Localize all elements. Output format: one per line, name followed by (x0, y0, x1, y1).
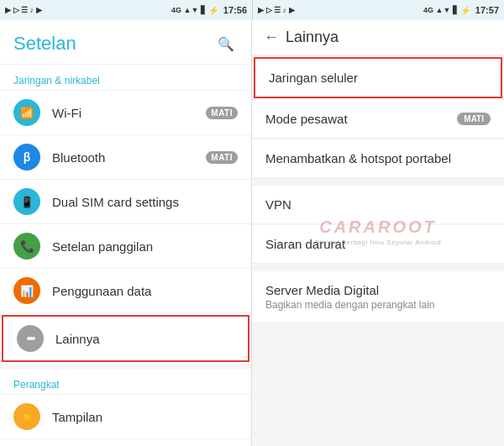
mode-pesawat-item[interactable]: Mode pesawat MATI (252, 100, 504, 139)
dual-sim-label: Dual SIM card settings (52, 195, 238, 209)
mode-pesawat-label: Mode pesawat (265, 112, 348, 126)
main-content: Setelan 🔍 Jaringan & nirkabel 📶 Wi-Fi MA… (0, 20, 504, 446)
siaran-darurat-item[interactable]: Siaran darurat (252, 225, 504, 264)
media-server-label: Server Media Digital (265, 283, 434, 297)
data-label: Penggunaan data (52, 284, 238, 298)
left-header: Setelan 🔍 (0, 20, 251, 65)
siaran-darurat-label: Siaran darurat (265, 237, 345, 251)
wifi-toggle[interactable]: MATI (206, 107, 238, 119)
media-server-sublabel: Bagikan media dengan perangkat lain (265, 299, 434, 311)
vpn-label: VPN (265, 197, 291, 212)
jaringan-seluler-item[interactable]: Jaringan seluler (254, 57, 502, 98)
right-signal-icons: 4G ▲▼ ▋ ⚡ 17:57 (423, 5, 499, 15)
hotspot-item[interactable]: Menambatkan & hotspot portabel (252, 139, 504, 178)
bluetooth-item[interactable]: β Bluetooth MATI (0, 135, 251, 180)
left-notification-icons: ▶ ▷ ☰ ♪ ▶ (5, 6, 42, 14)
divider2 (252, 265, 504, 271)
watermark-area: Siaran darurat CARAROOT Tempat Berbagi I… (252, 225, 504, 264)
data-icon: 📊 (13, 277, 40, 304)
back-button[interactable]: ← (264, 29, 279, 46)
wifi-item[interactable]: 📶 Wi-Fi MATI (0, 91, 251, 135)
search-icon: 🔍 (218, 36, 234, 52)
right-status-bar: ▶ ▷ ☰ ♪ ▶ 4G ▲▼ ▋ ⚡ 17:57 (252, 0, 504, 20)
phone-icon: 📞 (13, 233, 40, 260)
jaringan-seluler-label: Jaringan seluler (269, 71, 358, 85)
wifi-icon: 📶 (13, 99, 40, 126)
data-usage-item[interactable]: 📊 Penggunaan data (0, 269, 251, 313)
left-signal-icons: 4G ▲▼ ▋ ⚡ 17:56 (171, 5, 247, 15)
phone-label: Setelan panggilan (52, 239, 238, 254)
left-time: 17:56 (223, 5, 247, 15)
settings-title: Setelan (13, 33, 76, 55)
right-panel-title: Lainnya (286, 29, 339, 46)
media-server-content: Server Media Digital Bagikan media denga… (265, 283, 434, 311)
divider1 (252, 179, 504, 186)
vpn-item[interactable]: VPN (252, 186, 504, 224)
left-panel: Setelan 🔍 Jaringan & nirkabel 📶 Wi-Fi MA… (0, 20, 252, 446)
right-notification-icons: ▶ ▷ ☰ ♪ ▶ (258, 6, 295, 14)
right-header: ← Lainnya (252, 20, 504, 55)
left-status-bar: ▶ ▷ ☰ ♪ ▶ 4G ▲▼ ▋ ⚡ 17:56 (0, 0, 252, 20)
hotspot-label: Menambatkan & hotspot portabel (265, 151, 451, 165)
bluetooth-toggle[interactable]: MATI (206, 151, 238, 164)
mode-pesawat-toggle[interactable]: MATI (457, 113, 491, 125)
display-item[interactable]: ☀️ Tampilan (0, 395, 251, 439)
phone-settings-item[interactable]: 📞 Setelan panggilan (0, 224, 251, 269)
dual-sim-icon: 📱 (13, 188, 40, 215)
dual-sim-item[interactable]: 📱 Dual SIM card settings (0, 180, 251, 224)
more-label: Lainnya (55, 332, 234, 346)
display-label: Tampilan (52, 410, 238, 424)
search-button[interactable]: 🔍 (214, 32, 238, 55)
right-content: Jaringan seluler Mode pesawat MATI Menam… (252, 57, 504, 323)
status-bars: ▶ ▷ ☰ ♪ ▶ 4G ▲▼ ▋ ⚡ 17:56 ▶ ▷ ☰ ♪ ▶ 4G ▲… (0, 0, 504, 20)
device-section-header: Perangkat (0, 364, 251, 395)
right-panel: ← Lainnya Jaringan seluler Mode pesawat … (252, 20, 504, 446)
bluetooth-icon: β (13, 144, 40, 171)
more-item[interactable]: ••• Lainnya (2, 315, 249, 362)
sound-item[interactable]: 🔔 Suara & notifikasi (0, 439, 251, 446)
right-time: 17:57 (475, 5, 499, 15)
display-icon: ☀️ (13, 403, 40, 430)
more-icon: ••• (17, 325, 44, 352)
wifi-label: Wi-Fi (52, 106, 206, 120)
media-server-item[interactable]: Server Media Digital Bagikan media denga… (252, 271, 504, 323)
network-section-header: Jaringan & nirkabel (0, 65, 251, 91)
bluetooth-label: Bluetooth (52, 150, 206, 165)
